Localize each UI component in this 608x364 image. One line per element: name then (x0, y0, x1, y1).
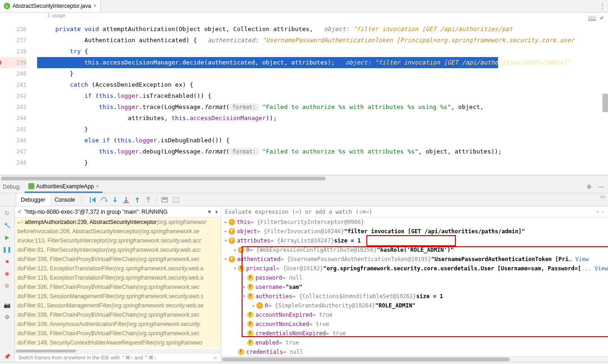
stack-frame[interactable]: doFilter:336, FilterChainProxy$VirtualFi… (15, 282, 221, 292)
editor-scrollbar-thumb[interactable] (602, 94, 608, 112)
gutter-line[interactable] (0, 13, 26, 24)
frames-hscroll[interactable] (15, 349, 221, 353)
stack-frame[interactable]: doFilter:336, FilterChainProxy$VirtualFi… (15, 310, 221, 319)
remove-watch-icon[interactable]: − (601, 209, 604, 215)
stop-icon[interactable]: ■ (2, 256, 12, 267)
show-execution-icon[interactable] (88, 195, 98, 205)
chevron-icon[interactable]: ▾ (223, 255, 229, 264)
chevron-icon[interactable] (242, 319, 247, 329)
stack-frame[interactable]: doFilter:109, AnonymousAuthenticationFil… (15, 319, 221, 329)
gutter-line[interactable]: 246 (0, 135, 26, 146)
stack-frame[interactable]: invoke:113, FilterSecurityInterceptor (o… (15, 236, 221, 245)
get-thread-dump-icon[interactable]: 📷 (2, 300, 12, 310)
close-tip-icon[interactable]: × (214, 355, 217, 361)
reader-icon[interactable]: 📖 (588, 14, 596, 22)
gutter-line[interactable]: 240 (0, 68, 26, 79)
variable-row[interactable]: Fcredentials = null (221, 347, 608, 356)
variable-row[interactable]: ▾Fprincipal = {User@10192} "org.springfr… (221, 264, 608, 273)
close-icon[interactable]: × (93, 3, 96, 9)
stack-frame[interactable]: doFilter:336, FilterChainProxy$VirtualFi… (15, 329, 221, 338)
gutter-line[interactable]: 248 (0, 157, 26, 168)
rerun-icon[interactable]: ↻ (2, 208, 12, 218)
stack-frame[interactable]: doFilter:149, SecurityContextHolderAware… (15, 338, 221, 347)
add-watch-icon[interactable]: + (596, 209, 599, 215)
mute-breakpoints-icon[interactable]: ⊘ (2, 281, 12, 291)
code-line[interactable] (41, 13, 608, 24)
stack-frame[interactable]: doFilter:126, SessionManagementFilter (o… (15, 292, 221, 301)
variable-row[interactable]: FaccountNonLocked = true (221, 319, 608, 329)
gutter-line[interactable]: 239 (0, 57, 26, 68)
variable-row[interactable]: ▸=0 = {SimpleGrantedAuthority@10264} "RO… (221, 301, 608, 310)
settings-icon[interactable]: ⚙ (2, 312, 12, 322)
thread-selector[interactable]: ✔ "http-nio-8080-exec-3"@7,372 in group … (15, 206, 221, 217)
chevron-icon[interactable]: ▸ (232, 245, 238, 255)
chevron-icon[interactable]: ▾ (223, 236, 229, 245)
code-line[interactable]: if (this.logger.isTraceEnabled()) { (41, 90, 608, 102)
code-line[interactable]: } (41, 124, 608, 135)
variable-row[interactable]: ▾Pattributes = {ArrayList@10247} size = … (221, 236, 608, 245)
resume-icon[interactable]: ▶ (2, 232, 12, 243)
eval-bar[interactable]: + − (221, 206, 608, 217)
gutter-line[interactable]: 237 (0, 35, 26, 46)
code-line[interactable]: else if (this.logger.isDebugEnabled()) { (41, 135, 608, 146)
tab-menu-icon[interactable]: ⋮ (597, 0, 608, 12)
gutter-line[interactable]: 241 (0, 79, 26, 90)
gutter-line[interactable]: 244 (0, 113, 26, 124)
view-breakpoints-icon[interactable]: ◉ (2, 268, 12, 279)
code-area[interactable]: private void attemptAuthorization(Object… (37, 13, 608, 175)
chevron-icon[interactable] (232, 347, 238, 356)
variable-row[interactable]: ▸Pobject = {FilterInvocation@10246} "fil… (221, 227, 608, 236)
chevron-icon[interactable] (242, 329, 247, 338)
stack-frame[interactable]: doFilter:116, ExceptionTranslationFilter… (15, 273, 221, 282)
chevron-icon[interactable]: ▸ (242, 282, 247, 292)
modify-run-icon[interactable]: 🔧 (2, 220, 12, 230)
gutter-line[interactable]: 247 (0, 146, 26, 157)
eval-input[interactable] (225, 209, 593, 215)
minimize-icon[interactable]: — (597, 184, 605, 190)
code-line[interactable]: } (41, 68, 608, 79)
variable-row[interactable]: Fenabled = true (221, 338, 608, 347)
frames-list[interactable]: ⮐attemptAuthorization:239, AbstractSecur… (15, 217, 221, 349)
code-line[interactable]: this.accessDecisionManager.decide(authen… (37, 57, 498, 68)
dropdown-icon[interactable]: ▾ (215, 209, 218, 215)
run-config-tab[interactable]: AuthoritiesExampleApp × (25, 181, 103, 193)
drop-frame-icon[interactable] (143, 195, 154, 205)
chevron-icon[interactable]: ▸ (223, 217, 229, 227)
gutter-line[interactable]: 245 (0, 124, 26, 135)
variable-row[interactable]: ▾Pauthenticated = {UsernamePasswordAuthe… (221, 255, 608, 264)
variable-row[interactable]: ▸=this = {FilterSecurityInterceptor@9966… (221, 217, 608, 227)
variable-row[interactable]: FcredentialsNonExpired = true (221, 329, 608, 338)
chevron-icon[interactable] (242, 273, 247, 282)
evaluate-icon[interactable]: = (171, 195, 181, 205)
stack-frame[interactable]: ⮐attemptAuthorization:239, AbstractSecur… (15, 217, 221, 227)
frames-hscroll-thumb[interactable] (16, 350, 76, 352)
close-icon[interactable]: × (96, 183, 99, 190)
vars-hscroll-thumb[interactable] (222, 358, 510, 361)
variable-row[interactable]: ▸Fusername = "sam" (221, 282, 608, 292)
variable-row[interactable]: ▸=0 = {WebExpressionConfigAttribute@1025… (221, 245, 608, 255)
chevron-icon[interactable]: ▾ (242, 292, 247, 301)
code-line[interactable]: } (41, 157, 608, 168)
breakpoint-icon[interactable] (0, 60, 1, 65)
code-line[interactable]: try { (41, 46, 608, 57)
gutter-line[interactable]: 242 (0, 90, 26, 102)
stack-frame[interactable]: doFilter:122, ExceptionTranslationFilter… (15, 264, 221, 273)
variables-tree[interactable]: ▸=this = {FilterSecurityInterceptor@9966… (221, 217, 608, 356)
gutter-line[interactable]: 236 (0, 24, 26, 35)
tab-debugger[interactable]: Debugger (16, 193, 50, 206)
editor-hscroll[interactable] (0, 175, 608, 181)
stack-frame[interactable]: doFilter:81, SessionManagementFilter (or… (15, 301, 221, 310)
gear-icon[interactable]: ⚙ (585, 184, 593, 190)
pause-icon[interactable]: ❚❚ (2, 244, 12, 255)
step-out-icon[interactable] (132, 195, 142, 205)
variable-row[interactable]: Fpassword = null (221, 273, 608, 282)
code-line[interactable]: this.logger.debug(LogMessage.format(form… (41, 146, 608, 157)
gutter-line[interactable]: 243 (0, 102, 26, 113)
chevron-icon[interactable] (242, 310, 247, 319)
step-over-icon[interactable] (99, 195, 109, 205)
chevron-icon[interactable]: ▾ (232, 264, 238, 273)
pin-icon[interactable]: 📌 (2, 351, 12, 362)
check-icon[interactable]: ✔ (600, 15, 604, 21)
variable-row[interactable]: FaccountNonExpired = true (221, 310, 608, 319)
code-line[interactable]: private void attemptAuthorization(Object… (41, 24, 608, 35)
